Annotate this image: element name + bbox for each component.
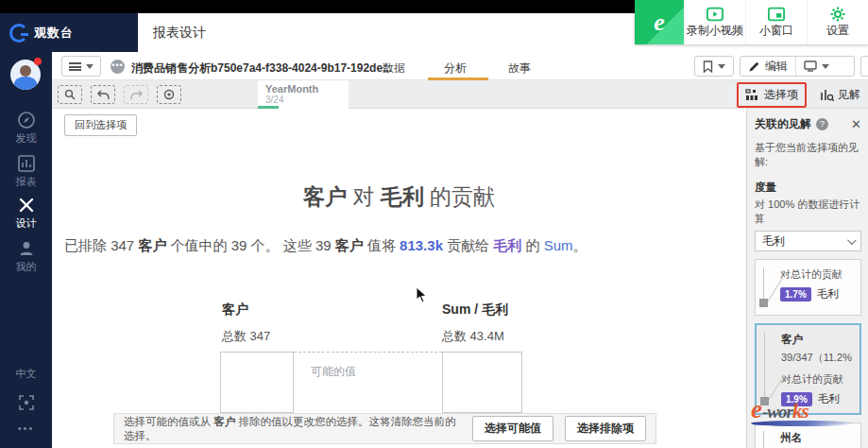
summary-measure: 毛利	[493, 237, 521, 253]
clear-selections-icon	[163, 89, 175, 100]
edit-button[interactable]: 编辑	[740, 57, 795, 76]
settings-gear-icon	[829, 7, 846, 22]
recorder-settings-button[interactable]: 设置	[807, 0, 868, 44]
select-excluded-button[interactable]: 选择排除项	[565, 416, 646, 441]
help-icon[interactable]: ?	[816, 118, 828, 130]
undo-icon	[97, 90, 110, 100]
sidebar-label-design: 设计	[16, 217, 37, 229]
insight-summary: 已排除 347 客户 个值中的 39 个。 这些 39 客户 值将 813.3k…	[64, 237, 725, 255]
caret-down-icon	[86, 64, 94, 69]
mini-window-label: 小窗口	[759, 23, 793, 39]
recorder-settings-label: 设置	[826, 23, 849, 39]
edit-button-group: 编辑	[740, 56, 855, 77]
insights-label: 见解	[838, 87, 860, 103]
selection-action-message: 选择可能的值或从 客户 排除的值以更改您的选择。这将清除您当前的选择。	[124, 415, 461, 443]
compass-icon	[17, 111, 36, 129]
app-info-icon[interactable]: •••	[111, 60, 125, 74]
fullscreen-icon	[19, 395, 34, 410]
bookmark-dropdown[interactable]	[694, 56, 734, 77]
filter-chip-yearmonth[interactable]: YearMonth 3/24	[258, 80, 349, 109]
mini-chart-icon	[763, 431, 774, 448]
screen-recorder-overlay: e 录制小视频 小窗口 设置	[635, 0, 868, 44]
eworks-watermark: e-works	[751, 395, 864, 426]
possible-values-zone[interactable]: 可能的值	[294, 352, 442, 413]
filter-selected-count: 3/24	[265, 95, 341, 105]
sheet-menu-button[interactable]	[61, 56, 101, 77]
record-video-button[interactable]: 录制小视频	[684, 0, 745, 44]
tab-story[interactable]: 故事	[508, 60, 531, 77]
filter-field-name: YearMonth	[265, 83, 341, 95]
fullscreen-button[interactable]	[0, 395, 52, 412]
calc-note: 对 100% 的数据进行计算	[755, 198, 861, 226]
pencil-icon	[748, 60, 760, 73]
measure-select[interactable]: 毛利	[755, 231, 861, 251]
sidebar-item-design[interactable]: 设计	[0, 196, 52, 231]
back-to-selections-button[interactable]: 回到选择项	[64, 114, 137, 136]
monitor-icon	[804, 60, 817, 72]
brand-header: 观数台	[0, 13, 138, 52]
select-possible-button[interactable]: 选择可能值	[472, 416, 553, 441]
redo-selection-button[interactable]	[124, 85, 148, 104]
column-total-customer: 总数 347	[222, 328, 270, 345]
sum-values-box[interactable]	[442, 352, 522, 413]
brand-logo-icon	[9, 24, 28, 43]
watermark-ks: ks	[792, 400, 808, 422]
tab-analysis[interactable]: 分析	[444, 60, 467, 77]
column-header-sum: Sum / 毛利	[442, 302, 508, 319]
insight-title: 客户 对 毛利 的贡献	[52, 182, 746, 212]
more-menu-button[interactable]: •••	[0, 422, 52, 434]
mini-window-icon	[768, 7, 785, 22]
watermark-e: e	[751, 395, 762, 423]
insights-chart-icon	[820, 89, 834, 101]
measure-label: 度量	[755, 181, 861, 195]
sidebar-item-mine[interactable]: 我的	[0, 239, 52, 274]
undo-selection-button[interactable]	[91, 85, 115, 104]
summary-value: 813.3k	[400, 237, 443, 253]
card-measure-name: 毛利	[817, 287, 839, 302]
summary-agg: Sum	[544, 237, 573, 253]
possible-values-label: 可能的值	[311, 364, 356, 380]
watermark-swoosh	[750, 421, 857, 426]
language-toggle[interactable]: 中文	[0, 367, 52, 381]
device-preview-dropdown[interactable]	[795, 57, 837, 76]
tab-data[interactable]: 数据	[383, 60, 405, 77]
selections-label: 选择项	[764, 87, 798, 103]
brand-name: 观数台	[34, 25, 74, 42]
recorder-logo-letter: e	[654, 9, 665, 37]
card-title: 州名	[780, 431, 855, 445]
language-label: 中文	[16, 368, 37, 379]
card-title: 客户	[781, 333, 854, 347]
insight-title-measure: 毛利	[381, 184, 424, 209]
measure-selected-value: 毛利	[762, 233, 785, 250]
design-tools-icon	[17, 196, 36, 215]
recorder-logo[interactable]: e	[635, 0, 684, 44]
sheet-nav-group: ❮ ❯	[860, 56, 868, 77]
caret-down-icon	[822, 64, 829, 69]
page-title: 报表设计	[153, 25, 206, 42]
insight-card-state[interactable]: 州名 1/46（2.2% 已排除) 对总计的贡献	[755, 422, 861, 448]
search-icon	[64, 89, 76, 100]
sidebar-label-discover: 发现	[16, 132, 37, 144]
hamburger-icon	[69, 62, 81, 71]
insight-card-measure[interactable]: 对总计的贡献 1.7% 毛利	[755, 259, 861, 316]
mini-chart-icon	[763, 267, 774, 307]
contribution-badge: 1.7%	[780, 287, 811, 302]
close-icon[interactable]: ✕	[851, 117, 861, 131]
panel-title: 关联的见解	[755, 116, 811, 132]
left-sidebar: 发现 报表 设计 我的 中文 •••	[0, 52, 52, 448]
selections-tool-button[interactable]: 选择项	[737, 82, 807, 108]
mini-window-button[interactable]: 小窗口	[745, 0, 807, 44]
redo-icon	[130, 90, 143, 100]
sidebar-item-discover[interactable]: 发现	[0, 111, 52, 146]
prev-sheet-button[interactable]: ❮	[861, 60, 868, 74]
sidebar-label-reports: 报表	[16, 176, 37, 187]
mouse-cursor	[416, 286, 427, 303]
notification-dot	[34, 58, 42, 65]
sidebar-item-reports[interactable]: 报表	[0, 154, 52, 189]
smart-search-button[interactable]	[58, 85, 82, 104]
record-video-label: 录制小视频	[687, 23, 743, 39]
insights-button[interactable]: 见解	[820, 87, 862, 103]
edit-label: 编辑	[765, 59, 788, 75]
clear-selections-button[interactable]	[157, 85, 181, 104]
excluded-values-box[interactable]	[220, 352, 294, 413]
